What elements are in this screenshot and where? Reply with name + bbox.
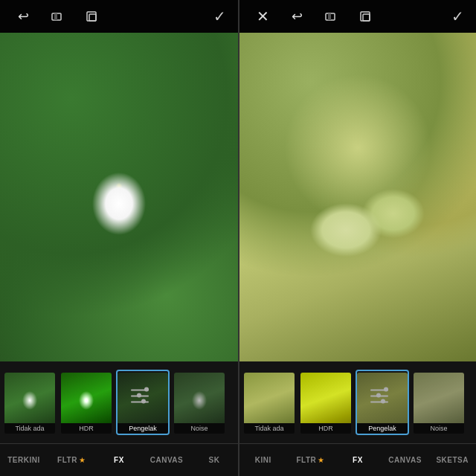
nav-fltr-inner-right: FLTR ★ [296,456,324,464]
svg-rect-1 [54,13,57,20]
right-photo [239,33,476,361]
left-image-area [0,33,238,361]
nav-terkini-left[interactable]: TERKINI [0,444,48,476]
nav-fltr-right[interactable]: FLTR ★ [287,444,335,476]
filter-thumb-pengelak-left [118,373,168,423]
filter-label-noise-right: Noise [414,423,464,434]
left-check-button[interactable]: ✓ [213,7,226,25]
nav-fltr-inner-left: FLTR ★ [57,456,86,464]
nav-canvas-right[interactable]: CANVAS [382,444,429,476]
svg-rect-5 [328,13,331,20]
filter-label-pengelak-right: Pengelak [357,423,408,434]
nav-sk-left[interactable]: SK [190,444,238,476]
nav-fx-label-right: FX [353,456,363,464]
right-panel: ✕ ↩ ✓ Tidak ada [238,0,476,476]
filter-label-tidak-ada-left: Tidak ada [4,423,55,434]
filter-item-tidak-ada-left[interactable]: Tidak ada [3,370,57,435]
left-bottom-nav: TERKINI FLTR ★ FX CANVAS SK [0,443,238,476]
close-button[interactable]: ✕ [251,5,274,28]
svg-rect-7 [363,14,370,21]
nav-fltr-label-left: FLTR [57,456,77,464]
right-toolbar-actions: ✕ ↩ [251,5,376,28]
undo-button-right[interactable]: ↩ [286,5,308,28]
svg-rect-2 [87,12,96,21]
left-photo [0,33,238,361]
layers-button-right[interactable] [354,5,376,28]
right-bottom-nav: KINI FLTR ★ FX CANVAS SKETSA [239,443,476,476]
filter-label-pengelak-left: Pengelak [118,423,168,434]
undo-button[interactable]: ↩ [12,5,34,28]
layers-button[interactable] [80,5,103,28]
filter-label-hdr-right: HDR [300,423,351,434]
nav-kini-right[interactable]: KINI [239,444,287,476]
nav-terkini-label-left: TERKINI [7,456,40,464]
filter-label-tidak-ada-right: Tidak ada [244,423,295,434]
filter-item-pengelak-left[interactable]: Pengelak [116,370,170,435]
fx-icon-right [370,385,394,408]
filter-thumb-tidak-ada-right [244,373,295,423]
filter-thumb-hdr-left [61,373,112,423]
nav-fltr-left[interactable]: FLTR ★ [48,444,95,476]
erase-button-right[interactable] [320,5,342,28]
erase-button[interactable] [46,5,68,28]
right-image-area [239,33,476,361]
nav-canvas-label-right: CANVAS [388,456,421,464]
filter-thumb-pengelak-right [357,373,408,423]
filter-item-noise-left[interactable]: Noise [173,370,226,435]
filter-thumb-noise-left [174,373,225,423]
filter-thumb-tidak-ada-left [4,373,55,423]
filter-item-hdr-right[interactable]: HDR [299,370,353,435]
nav-sketsa-label-right: SKETSA [436,456,469,464]
nav-fx-left[interactable]: FX [95,444,143,476]
crown-icon-right: ★ [318,456,324,464]
left-toolbar-actions: ↩ [12,5,103,28]
crown-icon-left: ★ [79,456,86,464]
filter-item-pengelak-right[interactable]: Pengelak [356,370,409,435]
left-panel: ↩ ✓ Tidak ada [0,0,238,476]
nav-canvas-label-left: CANVAS [150,456,183,464]
svg-rect-6 [361,12,370,21]
left-toolbar: ↩ ✓ [0,0,238,33]
filter-item-hdr-left[interactable]: HDR [60,370,113,435]
filter-label-hdr-left: HDR [61,423,112,434]
nav-fx-label-left: FX [114,456,124,464]
nav-fltr-label-right: FLTR [296,456,316,464]
right-filter-strip: Tidak ada HDR Penge [239,361,476,443]
right-toolbar: ✕ ↩ ✓ [239,0,476,33]
right-check-button[interactable]: ✓ [451,7,464,25]
filter-thumb-noise-right [414,373,464,423]
nav-fx-right[interactable]: FX [334,444,382,476]
nav-kini-label-right: KINI [255,456,271,464]
filter-item-tidak-ada-right[interactable]: Tidak ada [242,370,296,435]
filter-label-noise-left: Noise [174,423,225,434]
svg-rect-3 [89,14,96,21]
nav-sk-label-left: SK [209,456,220,464]
filter-thumb-hdr-right [300,373,351,423]
nav-sketsa-right[interactable]: SKETSA [428,444,476,476]
left-filter-strip: Tidak ada HDR Penge [0,361,238,443]
fx-icon-left [131,385,155,408]
filter-item-noise-right[interactable]: Noise [412,370,466,435]
nav-canvas-left[interactable]: CANVAS [143,444,190,476]
